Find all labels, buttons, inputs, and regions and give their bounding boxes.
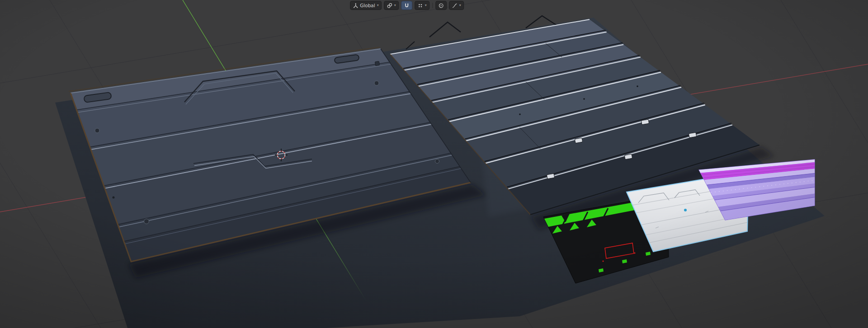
- proportional-editing-icon: [438, 3, 444, 9]
- chevron-down-icon: ▾: [377, 4, 379, 7]
- snap-settings-dropdown[interactable]: ▾: [415, 1, 429, 10]
- pivot-point-icon: [387, 3, 392, 9]
- toolbar-separator: [432, 3, 433, 8]
- chevron-down-icon: ▾: [394, 4, 396, 7]
- proportional-falloff-icon: [452, 3, 458, 9]
- chevron-down-icon: ▾: [459, 4, 461, 7]
- magnet-icon: [404, 3, 410, 9]
- blender-3d-viewport[interactable]: Global ▾ ▾ ▾ ▾: [0, 0, 868, 328]
- orientation-label: Global: [360, 3, 375, 8]
- pivot-point-dropdown[interactable]: ▾: [384, 1, 399, 10]
- snap-settings-icon: [417, 3, 423, 9]
- global-axes-icon: [353, 3, 359, 9]
- viewport-scene[interactable]: [0, 0, 868, 328]
- transform-orientation-dropdown[interactable]: Global ▾: [350, 1, 382, 10]
- snap-toggle-button[interactable]: [401, 1, 412, 10]
- proportional-falloff-dropdown[interactable]: ▾: [449, 1, 464, 10]
- proportional-editing-toggle[interactable]: [435, 1, 447, 10]
- viewport-header-toolbar: Global ▾ ▾ ▾ ▾: [350, 1, 464, 10]
- chevron-down-icon: ▾: [425, 4, 427, 7]
- viewport-vignette: [0, 0, 868, 328]
